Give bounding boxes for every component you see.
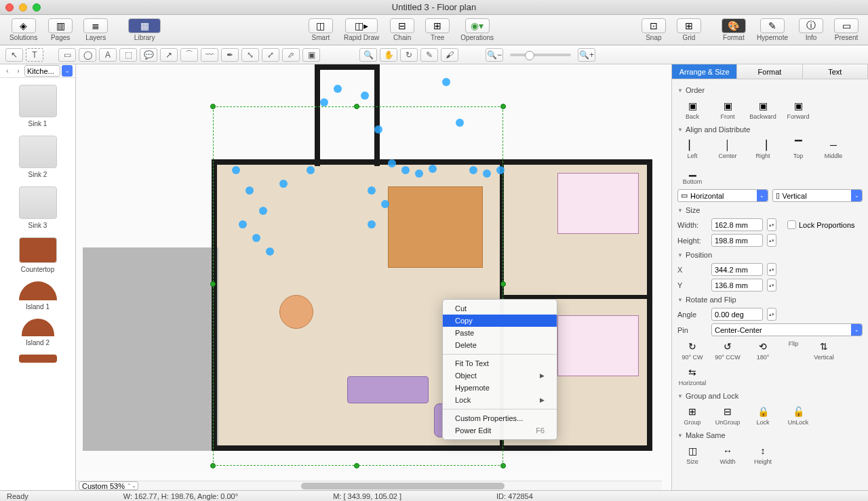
order-front[interactable]: ▣Front — [713, 100, 743, 120]
lock-btn[interactable]: 🔒Lock — [748, 405, 778, 426]
section-align[interactable]: Align and Distribute — [677, 123, 863, 136]
angle-input[interactable]: 0.00 deg — [711, 308, 763, 321]
align-right[interactable]: ▕Right — [748, 139, 778, 159]
lib-item-island2[interactable]: Island 2 — [0, 315, 75, 350]
width-input[interactable]: 162.8 mm — [711, 218, 763, 231]
text-block-tool[interactable]: A — [99, 48, 117, 62]
rapiddraw-button[interactable]: ◫▸Rapid Draw — [340, 17, 383, 43]
ctx-delete[interactable]: Delete — [443, 339, 557, 351]
width-stepper[interactable]: ▴▾ — [767, 218, 776, 231]
section-position[interactable]: Position — [677, 248, 863, 262]
flip-horizontal[interactable]: ⇆Horizontal — [677, 366, 707, 386]
paint-tool[interactable]: 🖌 — [441, 48, 458, 62]
section-make-same[interactable]: Make Same — [677, 428, 863, 442]
grid-button[interactable]: ⊞Grid — [673, 17, 705, 43]
text-tool[interactable]: T — [26, 48, 43, 62]
window-maximize[interactable] — [33, 3, 41, 12]
y-stepper[interactable]: ▴▾ — [767, 279, 776, 292]
lib-category-dropdown[interactable]: ⌄ — [62, 65, 73, 77]
canvas-scrollbar-h[interactable]: Custom 53% — [76, 481, 662, 490]
rotate-180[interactable]: ⟲180° — [748, 340, 778, 361]
connector2-tool[interactable]: ⤢ — [262, 48, 279, 62]
pen-tool[interactable]: ✒ — [221, 48, 239, 62]
format-button[interactable]: 🎨Format — [717, 17, 750, 43]
library-button[interactable]: ▦Library — [124, 17, 165, 43]
align-center[interactable]: │Center — [713, 139, 743, 159]
rotate-ccw[interactable]: ↺90° CCW — [713, 340, 743, 361]
x-input[interactable]: 344.2 mm — [711, 263, 763, 276]
section-order[interactable]: Order — [677, 83, 863, 97]
lib-item-island1[interactable]: Island 1 — [0, 277, 75, 315]
flip-vertical[interactable]: ⇅Vertical — [809, 340, 839, 361]
tab-format[interactable]: Format — [737, 64, 802, 79]
align-left[interactable]: ▏Left — [677, 139, 707, 159]
callout-tool[interactable]: ⬚ — [119, 48, 137, 62]
ctx-custom-properties[interactable]: Custom Properties... — [443, 412, 557, 424]
order-backward[interactable]: ▣Backward — [748, 100, 778, 120]
info-button[interactable]: ⓘInfo — [795, 17, 827, 43]
zoom-out-btn[interactable]: 🔍− — [486, 48, 503, 62]
rotate-tool[interactable]: ↻ — [400, 48, 418, 62]
ungroup-btn[interactable]: ⊟UnGroup — [713, 405, 743, 426]
container-tool[interactable]: ▣ — [302, 48, 320, 62]
snap-button[interactable]: ⊡Snap — [637, 17, 670, 43]
distribute-h-combo[interactable]: ▭ Horizontal⌄ — [677, 189, 768, 202]
ctx-lock[interactable]: Lock▶ — [443, 394, 557, 406]
lib-category-combo[interactable]: Kitche... — [24, 65, 60, 77]
lib-item-sink1[interactable]: Sink 1 — [0, 81, 75, 132]
spline-tool[interactable]: 〰 — [201, 48, 218, 62]
align-top[interactable]: ▔Top — [783, 139, 813, 159]
group-btn[interactable]: ⊞Group — [677, 405, 707, 426]
height-stepper[interactable]: ▴▾ — [767, 234, 776, 247]
same-width[interactable]: ↔Width — [713, 445, 743, 465]
zoom-combo[interactable]: Custom 53% — [79, 481, 138, 490]
lib-fwd[interactable]: › — [14, 66, 23, 76]
operations-button[interactable]: ◉▾Operations — [456, 17, 498, 43]
window-close[interactable] — [5, 3, 14, 12]
lib-item-island3[interactable] — [0, 350, 75, 369]
tab-text[interactable]: Text — [803, 64, 868, 79]
ctx-paste[interactable]: Paste — [443, 327, 557, 339]
angle-stepper[interactable]: ▴▾ — [767, 308, 776, 321]
zoom-slider[interactable] — [510, 54, 571, 56]
ctx-fit-to-text[interactable]: Fit To Text — [443, 357, 557, 369]
pan-tool[interactable]: ✋ — [380, 48, 397, 62]
align-bottom[interactable]: ▁Bottom — [677, 165, 707, 185]
window-minimize[interactable] — [19, 3, 27, 12]
hypernote-button[interactable]: ✎Hypernote — [753, 17, 792, 43]
scroll-thumb[interactable] — [301, 483, 505, 489]
section-size[interactable]: Size — [677, 203, 863, 217]
ctx-power-edit[interactable]: Power EditF6 — [443, 424, 557, 437]
align-middle[interactable]: ─Middle — [818, 139, 848, 159]
lib-item-sink2[interactable]: Sink 2 — [0, 132, 75, 182]
pages-button[interactable]: ▥Pages — [44, 17, 77, 43]
distribute-v-combo[interactable]: ▯ Vertical⌄ — [772, 189, 863, 202]
height-input[interactable]: 198.8 mm — [711, 234, 763, 247]
canvas[interactable]: Cut Copy Paste Delete Fit To Text Object… — [76, 64, 671, 490]
lib-item-countertop[interactable]: Countertop — [0, 233, 75, 277]
rotate-cw[interactable]: ↻90° CW — [677, 340, 707, 361]
y-input[interactable]: 136.8 mm — [711, 279, 763, 292]
same-size[interactable]: ◫Size — [677, 445, 707, 465]
line-tool[interactable]: ↗ — [160, 48, 178, 62]
connector3-tool[interactable]: ⬀ — [282, 48, 300, 62]
pin-combo[interactable]: Center-Center⌄ — [711, 323, 863, 336]
lib-back[interactable]: ‹ — [3, 66, 12, 76]
rect-tool[interactable]: ▭ — [58, 48, 76, 62]
zoom-tool[interactable]: 🔍 — [359, 48, 377, 62]
tree-button[interactable]: ⊞Tree — [421, 17, 454, 43]
layers-button[interactable]: ≣Layers — [79, 17, 112, 43]
ctx-copy[interactable]: Copy — [443, 315, 557, 327]
present-button[interactable]: ▭Present — [830, 17, 863, 43]
ellipse-tool[interactable]: ◯ — [79, 48, 96, 62]
connector1-tool[interactable]: ⤡ — [241, 48, 259, 62]
order-back[interactable]: ▣Back — [677, 100, 707, 120]
ctx-object[interactable]: Object▶ — [443, 369, 557, 382]
section-rotate[interactable]: Rotate and Flip — [677, 293, 863, 306]
lock-proportions-checkbox[interactable] — [787, 220, 796, 229]
smart-button[interactable]: ◫Smart — [304, 17, 337, 43]
same-height[interactable]: ↕Height — [748, 445, 778, 465]
solutions-button[interactable]: ◈Solutions — [5, 17, 41, 43]
section-group[interactable]: Group and Lock — [677, 389, 863, 403]
ctx-cut[interactable]: Cut — [443, 302, 557, 315]
